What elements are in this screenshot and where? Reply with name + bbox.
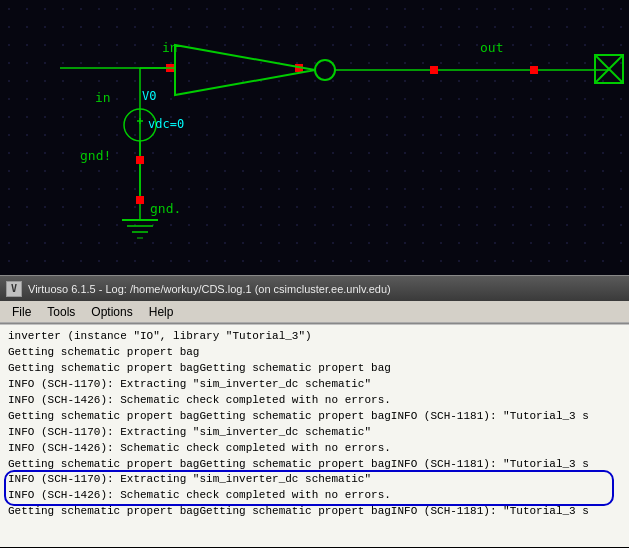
log-line: INFO (SCH-1426): Schematic check complet… [8, 488, 621, 504]
menu-tools[interactable]: Tools [39, 303, 83, 321]
log-area: inverter (instance "IO", library "Tutori… [0, 325, 629, 547]
log-line: Getting schematic propert bagGetting sch… [8, 457, 621, 473]
svg-rect-11 [430, 66, 438, 74]
schematic-svg: in out in V0 vdc=0 [0, 0, 629, 275]
log-line: INFO (SCH-1170): Extracting "sim_inverte… [8, 377, 621, 393]
svg-text:in: in [95, 90, 111, 105]
svg-rect-26 [136, 196, 144, 204]
svg-text:vdc=0: vdc=0 [148, 117, 184, 131]
menu-file[interactable]: File [4, 303, 39, 321]
log-container: inverter (instance "IO", library "Tutori… [8, 329, 621, 520]
svg-rect-2 [0, 0, 629, 275]
log-line: Getting schematic propert bagGetting sch… [8, 409, 621, 425]
menu-help[interactable]: Help [141, 303, 182, 321]
svg-text:out: out [480, 40, 503, 55]
log-line: Getting schematic propert bagGetting sch… [8, 504, 621, 520]
svg-text:gnd.: gnd. [150, 201, 181, 216]
svg-text:gnd!: gnd! [80, 148, 111, 163]
svg-rect-12 [530, 66, 538, 74]
svg-rect-25 [136, 156, 144, 164]
log-line: inverter (instance "IO", library "Tutori… [8, 329, 621, 345]
menu-bar: File Tools Options Help [0, 301, 629, 323]
log-line: INFO (SCH-1170): Extracting "sim_inverte… [8, 425, 621, 441]
schematic-canvas: in out in V0 vdc=0 [0, 0, 629, 275]
log-line: Getting schematic propert bagGetting sch… [8, 361, 621, 377]
log-line: INFO (SCH-1426): Schematic check complet… [8, 393, 621, 409]
log-line: INFO (SCH-1170): Extracting "sim_inverte… [8, 472, 621, 488]
log-line: Getting schematic propert bag [8, 345, 621, 361]
title-text: Virtuoso 6.1.5 - Log: /home/workuy/CDS.l… [28, 283, 623, 295]
title-icon: V [6, 281, 22, 297]
log-line: INFO (SCH-1426): Schematic check complet… [8, 441, 621, 457]
svg-text:V0: V0 [142, 89, 156, 103]
title-bar: V Virtuoso 6.1.5 - Log: /home/workuy/CDS… [0, 275, 629, 301]
menu-options[interactable]: Options [83, 303, 140, 321]
